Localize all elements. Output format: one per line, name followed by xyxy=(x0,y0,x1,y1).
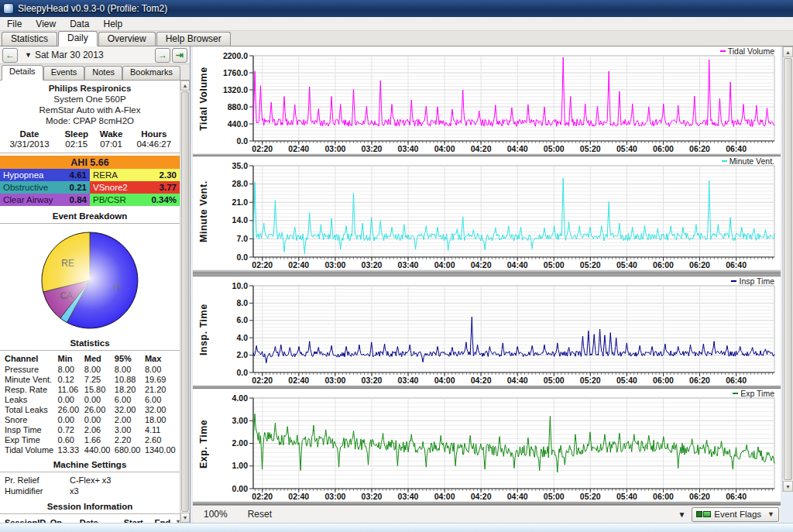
svg-text:35.0: 35.0 xyxy=(232,161,249,170)
svg-text:06:40: 06:40 xyxy=(726,260,747,269)
event-value: 0.21 xyxy=(70,183,87,192)
event-label: RERA xyxy=(93,170,118,180)
statistics-title: Statistics xyxy=(0,338,180,348)
insp-time-chart[interactable]: Insp Time Insp. Time 0.02.04.06.08.010.0… xyxy=(193,276,781,385)
event-flags-label: Event Flags xyxy=(714,510,761,519)
next-day-button[interactable]: → xyxy=(155,48,170,63)
exp-time-plot[interactable]: 0.001.002.003.004.0002:2002:4003:0003:20… xyxy=(213,389,781,501)
stats-col-header: Max xyxy=(145,353,180,364)
session-info-header: SessionID On Date Start End ▾ xyxy=(0,517,180,523)
minute-vent--plot[interactable]: 0.07.014.021.028.035.002:2002:4003:0003:… xyxy=(213,156,781,269)
svg-text:05:20: 05:20 xyxy=(580,376,601,385)
tab-help-browser[interactable]: Help Browser xyxy=(156,32,231,46)
stat-cell: Resp. Rate xyxy=(0,384,58,394)
svg-text:2200.0: 2200.0 xyxy=(223,51,248,60)
tab-daily[interactable]: Daily xyxy=(58,31,98,46)
date-dropdown-caret-icon[interactable]: ▼ xyxy=(25,51,32,59)
insp-time-plot[interactable]: 0.02.04.06.08.010.002:2002:4003:0003:200… xyxy=(213,276,781,385)
stats-col-header: Med xyxy=(84,353,115,364)
svg-text:03:40: 03:40 xyxy=(398,144,419,153)
svg-text:0.00: 0.00 xyxy=(232,484,249,493)
svg-text:2.0: 2.0 xyxy=(236,350,248,359)
exp-time-chart[interactable]: Exp Time Exp. Time 0.001.002.003.004.000… xyxy=(193,389,781,501)
stat-cell: 2.00 xyxy=(115,414,145,424)
svg-text:04:40: 04:40 xyxy=(507,492,528,501)
stat-cell: 18.00 xyxy=(145,414,180,424)
svg-text:6.0: 6.0 xyxy=(236,315,248,324)
divider xyxy=(0,223,180,224)
minute-vent-chart[interactable]: Minute Vent. Minute Vent. 0.07.014.021.0… xyxy=(193,156,781,269)
event-cell-vsnore: VSnore2 3.77 xyxy=(90,181,180,194)
menu-data[interactable]: Data xyxy=(63,17,96,30)
stat-row: Tidal Volume13.33440.00680.001340.00 xyxy=(0,444,180,455)
svg-text:4.0: 4.0 xyxy=(236,333,248,342)
scroll-up-icon[interactable]: ▲ xyxy=(783,46,793,57)
menu-view[interactable]: View xyxy=(29,17,63,30)
charts-scrollbar[interactable]: ▲ ▼ xyxy=(782,46,793,492)
chart-splitter[interactable] xyxy=(193,269,781,276)
si-col-sessionid[interactable]: SessionID xyxy=(5,518,50,523)
stat-cell: 440.00 xyxy=(84,444,115,455)
scroll-down-icon[interactable]: ▼ xyxy=(783,481,793,492)
summary-sleep: 02:15 xyxy=(59,139,94,150)
stat-cell: 10.88 xyxy=(115,374,145,384)
scroll-down-icon[interactable]: ▼ xyxy=(180,513,190,523)
chart-legend-label: Minute Vent. xyxy=(729,156,774,166)
title-bar: SleepyHead v0.9.3-0 (Profile: Tom2) xyxy=(0,0,793,17)
current-date-label[interactable]: Sat Mar 30 2013 xyxy=(35,50,154,60)
scrollbar-thumb[interactable] xyxy=(784,58,792,480)
event-value: 2.30 xyxy=(160,170,177,180)
summary-header-sleep: Sleep xyxy=(59,129,94,139)
svg-text:03:20: 03:20 xyxy=(362,492,383,501)
si-col-start[interactable]: Start xyxy=(124,518,155,523)
stat-cell: Exp Time xyxy=(0,434,58,444)
svg-text:04:40: 04:40 xyxy=(507,144,528,153)
scroll-up-icon[interactable]: ▲ xyxy=(180,81,190,91)
scrollbar-thumb[interactable] xyxy=(181,91,189,512)
charts-panel: Tidal Volume Tidal Volume 0.0440.0880.01… xyxy=(193,46,793,523)
collapse-caret-icon[interactable]: ▼ xyxy=(678,510,685,519)
summary-hours: 04:46:27 xyxy=(129,139,180,150)
si-col-date[interactable]: Date xyxy=(80,518,124,523)
si-col-on[interactable]: On xyxy=(50,518,80,523)
subtab-bookmarks[interactable]: Bookmarks xyxy=(122,66,180,80)
svg-text:05:20: 05:20 xyxy=(580,492,601,501)
subtab-events[interactable]: Events xyxy=(43,66,85,80)
stat-cell: 0.00 xyxy=(84,414,115,424)
details-scrollbar[interactable]: ▲ ▼ xyxy=(180,81,190,523)
main-tab-bar: Statistics Daily Overview Help Browser xyxy=(0,31,793,46)
reset-button[interactable]: Reset xyxy=(248,509,272,520)
menu-help[interactable]: Help xyxy=(97,17,130,30)
stat-cell: Total Leaks xyxy=(0,404,58,414)
subtab-notes[interactable]: Notes xyxy=(84,66,122,80)
tidal-volume-plot[interactable]: 0.0440.0880.01320.01760.02200.002:2002:4… xyxy=(213,46,781,153)
y-axis-title: Exp. Time xyxy=(194,398,213,489)
svg-text:7.0: 7.0 xyxy=(236,234,248,243)
svg-text:03:00: 03:00 xyxy=(324,492,345,501)
device-series: RemStar Auto with A-Flex xyxy=(0,105,180,115)
svg-text:02:40: 02:40 xyxy=(288,376,309,385)
latest-day-button[interactable]: ⇥ xyxy=(172,48,187,63)
event-flags-dropdown[interactable]: Event Flags ▼ xyxy=(692,507,779,522)
divider xyxy=(0,472,180,472)
event-label: Obstructive xyxy=(3,183,48,192)
stat-cell: 1.66 xyxy=(84,434,115,444)
subtab-details[interactable]: Details xyxy=(2,65,43,81)
y-axis-title: Minute Vent. xyxy=(194,166,213,258)
device-mode: Mode: CPAP 8cmH2O xyxy=(0,115,180,126)
svg-text:06:20: 06:20 xyxy=(689,144,710,153)
tab-statistics[interactable]: Statistics xyxy=(2,32,57,46)
summary-header-hours: Hours xyxy=(129,129,180,139)
stat-row: Pressure8.008.008.008.00 xyxy=(0,364,180,374)
svg-text:28.0: 28.0 xyxy=(232,179,249,188)
pie-sheen xyxy=(43,233,137,328)
menu-file[interactable]: File xyxy=(0,17,29,30)
svg-text:14.0: 14.0 xyxy=(232,215,249,225)
tidal-volume-chart[interactable]: Tidal Volume Tidal Volume 0.0440.0880.01… xyxy=(193,46,781,153)
tab-overview[interactable]: Overview xyxy=(98,32,156,46)
event-value: 0.84 xyxy=(70,195,87,204)
si-col-end[interactable]: End xyxy=(155,518,177,523)
app-icon xyxy=(3,3,14,14)
prev-day-button[interactable]: ← xyxy=(2,48,18,63)
statistics-table: ChannelMinMed95%Max Pressure8.008.008.00… xyxy=(0,353,180,455)
